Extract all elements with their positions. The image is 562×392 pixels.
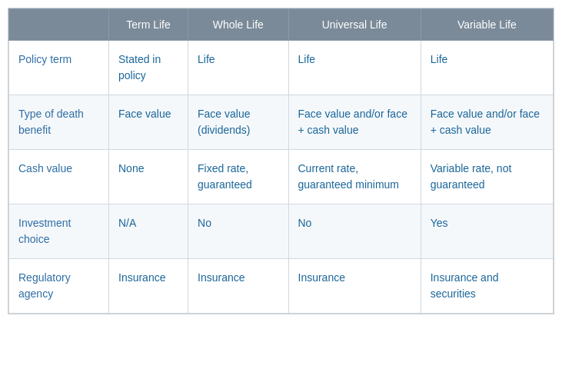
cell-universal-investment-choice: No	[288, 204, 421, 259]
cell-variable-investment-choice: Yes	[421, 204, 553, 259]
cell-universal-cash-value: Current rate, guaranteed minimum	[288, 150, 421, 204]
header-whole-life: Whole Life	[188, 9, 288, 41]
header-universal-life: Universal Life	[288, 9, 421, 41]
table-row: Cash value None Fixed rate, guaranteed C…	[9, 150, 554, 204]
row-label-regulatory-agency: Regulatory agency	[9, 259, 109, 314]
cell-universal-policy-term: Life	[288, 41, 421, 95]
cell-variable-regulatory-agency: Insurance and securities	[421, 259, 553, 314]
header-variable-life: Variable Life	[421, 9, 553, 41]
comparison-table: Term Life Whole Life Universal Life Vari…	[8, 8, 554, 314]
table-row: Investment choice N/A No No Yes	[9, 204, 554, 259]
cell-term-cash-value: None	[109, 150, 188, 204]
cell-whole-investment-choice: No	[188, 204, 288, 259]
table-row: Policy term Stated in policy Life Life L…	[9, 41, 554, 95]
table-row: Regulatory agency Insurance Insurance In…	[9, 259, 554, 314]
cell-term-death-benefit: Face value	[109, 95, 188, 150]
cell-term-regulatory-agency: Insurance	[109, 259, 188, 314]
cell-term-investment-choice: N/A	[109, 204, 188, 259]
header-term-life: Term Life	[109, 9, 188, 41]
cell-whole-policy-term: Life	[188, 41, 288, 95]
cell-variable-policy-term: Life	[421, 41, 553, 95]
header-category	[9, 9, 109, 41]
cell-term-policy-term: Stated in policy	[109, 41, 188, 95]
row-label-investment-choice: Investment choice	[9, 204, 109, 259]
row-label-cash-value: Cash value	[9, 150, 109, 204]
cell-universal-death-benefit: Face value and/or face + cash value	[288, 95, 421, 150]
cell-whole-regulatory-agency: Insurance	[188, 259, 288, 314]
cell-universal-regulatory-agency: Insurance	[288, 259, 421, 314]
cell-whole-death-benefit: Face value (dividends)	[188, 95, 288, 150]
cell-variable-death-benefit: Face value and/or face + cash value	[421, 95, 553, 150]
cell-variable-cash-value: Variable rate, not guaranteed	[421, 150, 553, 204]
row-label-policy-term: Policy term	[9, 41, 109, 95]
row-label-death-benefit: Type of death benefit	[9, 95, 109, 150]
table-row: Type of death benefit Face value Face va…	[9, 95, 554, 150]
cell-whole-cash-value: Fixed rate, guaranteed	[188, 150, 288, 204]
